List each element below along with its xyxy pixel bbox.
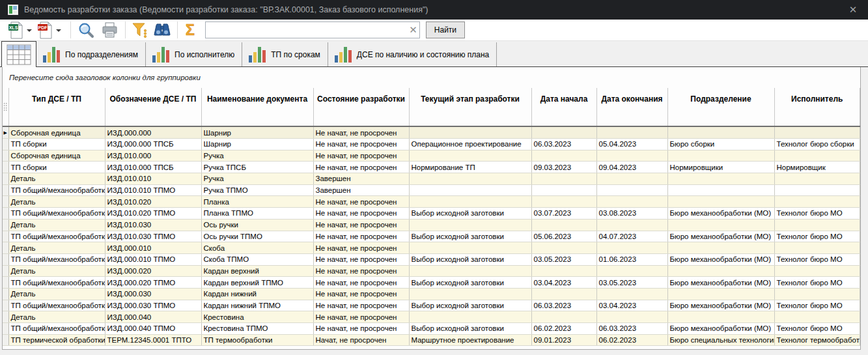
pdf-export-button[interactable]: PDF <box>36 21 53 40</box>
table-row[interactable]: ДетальИЗД.000.040КрестовинаНе начат, не … <box>3 311 860 323</box>
table-row[interactable]: ДетальИЗД.000.020Кардан верхнийНе начат,… <box>3 265 860 277</box>
table-cell[interactable]: ТП общий/механообработки <box>8 208 105 220</box>
table-cell[interactable] <box>667 150 774 162</box>
table-cell[interactable]: ИЗД.000.040 ТПМО <box>105 323 201 335</box>
table-cell[interactable]: Деталь <box>8 173 105 185</box>
table-cell[interactable]: ТП сборки <box>8 162 105 173</box>
table-row[interactable]: ▶Сборочная единицаИЗД.000.000ШарнирНе на… <box>3 126 860 139</box>
table-cell[interactable]: 06.03.2023 <box>531 300 596 311</box>
table-row[interactable]: ТП сборкиИЗД.010.000 ТПСБРучка ТПСБНе на… <box>3 162 860 173</box>
table-cell[interactable]: ИЗД.010.010 <box>105 173 201 185</box>
table-cell[interactable]: Бюро механообработки (МО) <box>667 208 774 220</box>
table-cell[interactable]: Ось ручки ТПМО <box>201 231 313 242</box>
table-cell[interactable] <box>409 184 531 196</box>
table-cell[interactable]: Деталь <box>8 196 105 208</box>
table-cell[interactable]: Не начат, не просрочен <box>313 196 409 208</box>
tab-by-executor[interactable]: По исполнителю <box>146 42 242 66</box>
table-cell[interactable]: 03.07.2023 <box>531 208 596 220</box>
excel-export-dropdown-icon[interactable] <box>27 29 32 32</box>
table-cell[interactable] <box>596 311 667 323</box>
table-cell[interactable]: Операционное проектирование <box>409 139 531 150</box>
table-cell[interactable] <box>531 150 596 162</box>
table-cell[interactable]: Технолог бюро МО <box>774 208 860 220</box>
table-cell[interactable]: ИЗД.010.010 ТПМО <box>105 184 201 196</box>
table-row[interactable]: ТП сборкиИЗД.000.000 ТПСБШарнирНе начат,… <box>3 139 860 150</box>
table-cell[interactable]: ИЗД.010.030 ТПМО <box>105 231 201 242</box>
table-cell[interactable] <box>667 196 774 208</box>
table-cell[interactable] <box>531 242 596 254</box>
table-cell[interactable]: Скоба ТПМО <box>201 253 313 265</box>
table-cell[interactable]: Не начат, не просрочен <box>313 288 409 300</box>
table-cell[interactable]: Деталь <box>8 288 105 300</box>
table-cell[interactable] <box>409 126 531 139</box>
column-header[interactable]: Подразделение <box>667 88 774 126</box>
table-cell[interactable]: 03.04.2023 <box>531 277 596 289</box>
table-cell[interactable]: Бюро механообработки (МО) <box>667 300 774 311</box>
table-cell[interactable]: 03.04.2023 <box>596 300 667 311</box>
pdf-export-dropdown-icon[interactable] <box>56 29 61 32</box>
table-cell[interactable]: Скоба <box>201 242 313 254</box>
table-cell[interactable]: 09.03.2023 <box>531 162 596 173</box>
table-row[interactable]: ДетальИЗД.010.030Ось ручкиНе начат, не п… <box>3 219 860 231</box>
table-cell[interactable]: 09.01.2023 <box>531 334 596 346</box>
table-cell[interactable]: Деталь <box>8 242 105 254</box>
table-cell[interactable]: Не начат, не просрочен <box>313 162 409 173</box>
print-button[interactable] <box>100 21 120 39</box>
table-cell[interactable]: Технолог бюро МО <box>774 277 860 289</box>
filter-button[interactable] <box>131 21 149 39</box>
column-header[interactable]: Дата начала <box>531 88 596 126</box>
table-cell[interactable] <box>596 173 667 185</box>
table-cell[interactable]: Выбор исходной заготовки <box>409 277 531 289</box>
table-cell[interactable] <box>531 184 596 196</box>
tab-tp-by-deadlines[interactable]: ТП по срокам <box>242 42 328 66</box>
table-cell[interactable]: ТП термообработки <box>201 334 313 346</box>
table-row[interactable]: ТП общий/механообработкиИЗД.010.020 ТПМО… <box>3 208 860 220</box>
table-cell[interactable]: ИЗД.010.020 <box>105 196 201 208</box>
table-cell[interactable] <box>596 184 667 196</box>
table-cell[interactable]: ИЗД.000.000 <box>105 126 201 139</box>
table-cell[interactable]: Не начат, не просрочен <box>313 253 409 265</box>
table-cell[interactable]: Не начат, не просрочен <box>313 126 409 139</box>
table-cell[interactable]: Сборочная единица <box>8 150 105 162</box>
table-cell[interactable]: Технолог бюро МО <box>774 323 860 335</box>
table-cell[interactable]: Не начат, не просрочен <box>313 231 409 242</box>
table-cell[interactable]: ТП общий/механообработки <box>8 300 105 311</box>
close-icon[interactable]: ✕ <box>846 3 860 17</box>
table-cell[interactable] <box>774 219 860 231</box>
table-cell[interactable] <box>667 242 774 254</box>
table-cell[interactable]: ТП общий/механообработки <box>8 277 105 289</box>
table-cell[interactable] <box>596 150 667 162</box>
table-cell[interactable]: Ручка ТПСБ <box>201 162 313 173</box>
table-cell[interactable] <box>774 173 860 185</box>
table-cell[interactable]: Бюро механообработки (МО) <box>667 231 774 242</box>
table-cell[interactable]: Шарнир <box>201 126 313 139</box>
table-cell[interactable]: Начат, не просрочен <box>313 334 409 346</box>
table-cell[interactable]: ТП общий/механообработки <box>8 184 105 196</box>
table-cell[interactable] <box>774 288 860 300</box>
table-cell[interactable] <box>409 242 531 254</box>
table-row[interactable]: ТП общий/механообработкиИЗД.010.010 ТПМО… <box>3 184 860 196</box>
table-cell[interactable]: Не начат, не просрочен <box>313 150 409 162</box>
table-row[interactable]: ТП общий/механообработкиИЗД.000.030 ТПМО… <box>3 300 860 311</box>
table-cell[interactable]: Не начат, не просрочен <box>313 311 409 323</box>
table-cell[interactable]: Кардан нижний ТПМО <box>201 300 313 311</box>
find-button[interactable]: Найти <box>426 21 465 38</box>
table-cell[interactable]: Не начат, не просрочен <box>313 242 409 254</box>
column-header[interactable]: Текущий этап разработки <box>409 88 531 126</box>
table-cell[interactable]: ТП общий/механообработки <box>8 323 105 335</box>
table-cell[interactable]: 04.07.2023 <box>596 231 667 242</box>
table-cell[interactable]: 03.05.2023 <box>596 277 667 289</box>
column-header[interactable]: Наименование документа <box>201 88 313 126</box>
table-cell[interactable]: ИЗД.000.010 ТПМО <box>105 253 201 265</box>
tab-by-department[interactable]: По подразделениям <box>36 42 146 66</box>
table-cell[interactable] <box>774 150 860 162</box>
table-cell[interactable]: 03.05.2023 <box>531 253 596 265</box>
table-cell[interactable]: 06.03.2023 <box>596 323 667 335</box>
table-row[interactable]: Сборочная единицаИЗД.010.000РучкаНе нача… <box>3 150 860 162</box>
table-cell[interactable]: ИЗД.010.000 ТПСБ <box>105 162 201 173</box>
table-cell[interactable]: Не начат, не просрочен <box>313 219 409 231</box>
table-cell[interactable]: Бюро механообработки (МО) <box>667 277 774 289</box>
table-cell[interactable]: 03.08.2023 <box>596 208 667 220</box>
table-cell[interactable]: Технолог бюро МО <box>774 231 860 242</box>
table-cell[interactable]: ИЗД.000.020 <box>105 265 201 277</box>
